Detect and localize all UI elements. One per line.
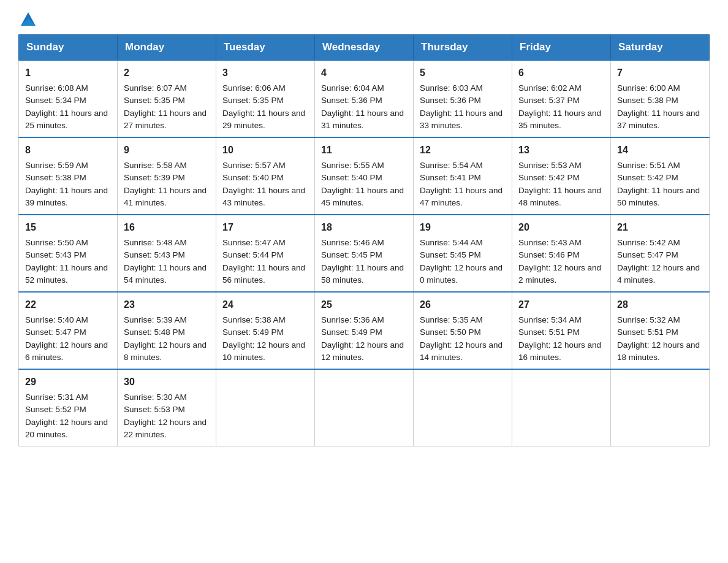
daylight-line: Daylight: 11 hours and 37 minutes. xyxy=(617,109,700,130)
day-number: 22 xyxy=(25,297,111,312)
daylight-line: Daylight: 11 hours and 50 minutes. xyxy=(617,186,700,207)
calendar-cell: 18 Sunrise: 5:46 AM Sunset: 5:45 PM Dayl… xyxy=(315,215,414,292)
sunset-line: Sunset: 5:46 PM xyxy=(518,250,580,259)
calendar-cell xyxy=(216,369,315,446)
calendar-cell: 30 Sunrise: 5:30 AM Sunset: 5:53 PM Dayl… xyxy=(118,369,216,446)
sunrise-line: Sunrise: 5:55 AM xyxy=(321,161,384,170)
day-number: 24 xyxy=(222,297,308,312)
calendar-cell: 25 Sunrise: 5:36 AM Sunset: 5:49 PM Dayl… xyxy=(315,292,414,369)
sunrise-line: Sunrise: 5:38 AM xyxy=(222,315,286,324)
calendar-day-header: Sunday xyxy=(19,35,118,61)
calendar-cell: 12 Sunrise: 5:54 AM Sunset: 5:41 PM Dayl… xyxy=(414,137,512,215)
sunrise-line: Sunrise: 6:02 AM xyxy=(518,83,582,93)
sunrise-line: Sunrise: 5:39 AM xyxy=(124,315,187,324)
sunrise-line: Sunrise: 5:59 AM xyxy=(25,161,88,170)
sunrise-line: Sunrise: 5:53 AM xyxy=(518,161,582,170)
sunrise-line: Sunrise: 6:03 AM xyxy=(420,83,483,93)
day-number: 28 xyxy=(617,297,703,312)
daylight-line: Daylight: 11 hours and 25 minutes. xyxy=(25,109,108,130)
day-number: 10 xyxy=(222,143,308,158)
day-number: 6 xyxy=(518,66,604,80)
daylight-line: Daylight: 11 hours and 43 minutes. xyxy=(222,186,305,207)
calendar-week-row: 29 Sunrise: 5:31 AM Sunset: 5:52 PM Dayl… xyxy=(19,369,710,446)
calendar-week-row: 1 Sunrise: 6:08 AM Sunset: 5:34 PM Dayli… xyxy=(19,60,710,137)
day-number: 8 xyxy=(25,143,111,158)
sunset-line: Sunset: 5:43 PM xyxy=(124,250,185,259)
calendar-header-row: SundayMondayTuesdayWednesdayThursdayFrid… xyxy=(19,35,710,61)
calendar-table: SundayMondayTuesdayWednesdayThursdayFrid… xyxy=(18,34,710,446)
calendar-cell xyxy=(611,369,710,446)
sunrise-line: Sunrise: 5:30 AM xyxy=(124,393,187,402)
sunset-line: Sunset: 5:47 PM xyxy=(25,327,86,337)
calendar-cell: 27 Sunrise: 5:34 AM Sunset: 5:51 PM Dayl… xyxy=(512,292,611,369)
daylight-line: Daylight: 11 hours and 48 minutes. xyxy=(518,186,601,207)
daylight-line: Daylight: 11 hours and 54 minutes. xyxy=(124,263,207,285)
daylight-line: Daylight: 11 hours and 35 minutes. xyxy=(518,109,601,130)
daylight-line: Daylight: 11 hours and 58 minutes. xyxy=(321,263,404,285)
calendar-cell: 5 Sunrise: 6:03 AM Sunset: 5:36 PM Dayli… xyxy=(414,60,512,137)
day-number: 17 xyxy=(222,220,308,235)
calendar-day-header: Tuesday xyxy=(216,35,315,61)
daylight-line: Daylight: 12 hours and 16 minutes. xyxy=(518,340,601,362)
calendar-cell: 17 Sunrise: 5:47 AM Sunset: 5:44 PM Dayl… xyxy=(216,215,315,292)
sunset-line: Sunset: 5:49 PM xyxy=(321,327,382,337)
day-number: 4 xyxy=(321,66,407,80)
calendar-cell: 8 Sunrise: 5:59 AM Sunset: 5:38 PM Dayli… xyxy=(19,137,118,215)
day-number: 7 xyxy=(617,66,703,80)
sunset-line: Sunset: 5:45 PM xyxy=(420,250,481,259)
sunset-line: Sunset: 5:49 PM xyxy=(222,327,284,337)
sunrise-line: Sunrise: 5:48 AM xyxy=(124,238,187,247)
sunrise-line: Sunrise: 6:06 AM xyxy=(222,83,286,93)
sunset-line: Sunset: 5:44 PM xyxy=(222,250,284,259)
calendar-cell xyxy=(315,369,414,446)
sunrise-line: Sunrise: 5:40 AM xyxy=(25,315,88,324)
daylight-line: Daylight: 11 hours and 45 minutes. xyxy=(321,186,404,207)
sunset-line: Sunset: 5:42 PM xyxy=(518,173,580,182)
sunset-line: Sunset: 5:43 PM xyxy=(25,250,86,259)
daylight-line: Daylight: 12 hours and 14 minutes. xyxy=(420,340,502,362)
calendar-cell: 29 Sunrise: 5:31 AM Sunset: 5:52 PM Dayl… xyxy=(19,369,118,446)
sunrise-line: Sunrise: 5:43 AM xyxy=(518,238,582,247)
sunset-line: Sunset: 5:45 PM xyxy=(321,250,382,259)
sunset-line: Sunset: 5:36 PM xyxy=(420,96,481,105)
sunset-line: Sunset: 5:48 PM xyxy=(124,327,185,337)
day-number: 29 xyxy=(25,375,111,389)
sunrise-line: Sunrise: 5:36 AM xyxy=(321,315,384,324)
day-number: 3 xyxy=(222,66,308,80)
day-number: 16 xyxy=(124,220,210,235)
day-number: 11 xyxy=(321,143,407,158)
sunset-line: Sunset: 5:35 PM xyxy=(222,96,284,105)
sunset-line: Sunset: 5:36 PM xyxy=(321,96,382,105)
calendar-week-row: 22 Sunrise: 5:40 AM Sunset: 5:47 PM Dayl… xyxy=(19,292,710,369)
sunrise-line: Sunrise: 5:47 AM xyxy=(222,238,286,247)
sunset-line: Sunset: 5:50 PM xyxy=(420,327,481,337)
day-number: 23 xyxy=(124,297,210,312)
calendar-cell: 22 Sunrise: 5:40 AM Sunset: 5:47 PM Dayl… xyxy=(19,292,118,369)
daylight-line: Daylight: 12 hours and 6 minutes. xyxy=(25,340,108,362)
sunset-line: Sunset: 5:53 PM xyxy=(124,405,185,414)
day-number: 9 xyxy=(124,143,210,158)
logo-icon xyxy=(20,10,37,27)
sunrise-line: Sunrise: 5:54 AM xyxy=(420,161,483,170)
logo xyxy=(18,12,37,23)
calendar-day-header: Friday xyxy=(512,35,611,61)
calendar-week-row: 8 Sunrise: 5:59 AM Sunset: 5:38 PM Dayli… xyxy=(19,137,710,215)
day-number: 12 xyxy=(420,143,506,158)
sunrise-line: Sunrise: 5:50 AM xyxy=(25,238,88,247)
calendar-cell: 6 Sunrise: 6:02 AM Sunset: 5:37 PM Dayli… xyxy=(512,60,611,137)
sunset-line: Sunset: 5:37 PM xyxy=(518,96,580,105)
calendar-cell: 1 Sunrise: 6:08 AM Sunset: 5:34 PM Dayli… xyxy=(19,60,118,137)
calendar-cell xyxy=(512,369,611,446)
calendar-cell: 24 Sunrise: 5:38 AM Sunset: 5:49 PM Dayl… xyxy=(216,292,315,369)
calendar-cell: 2 Sunrise: 6:07 AM Sunset: 5:35 PM Dayli… xyxy=(118,60,216,137)
day-number: 26 xyxy=(420,297,506,312)
day-number: 5 xyxy=(420,66,506,80)
daylight-line: Daylight: 11 hours and 47 minutes. xyxy=(420,186,502,207)
daylight-line: Daylight: 12 hours and 4 minutes. xyxy=(617,263,700,285)
sunrise-line: Sunrise: 6:04 AM xyxy=(321,83,384,93)
calendar-cell: 16 Sunrise: 5:48 AM Sunset: 5:43 PM Dayl… xyxy=(118,215,216,292)
day-number: 2 xyxy=(124,66,210,80)
daylight-line: Daylight: 11 hours and 56 minutes. xyxy=(222,263,305,285)
sunrise-line: Sunrise: 6:00 AM xyxy=(617,83,680,93)
daylight-line: Daylight: 12 hours and 20 minutes. xyxy=(25,418,108,439)
